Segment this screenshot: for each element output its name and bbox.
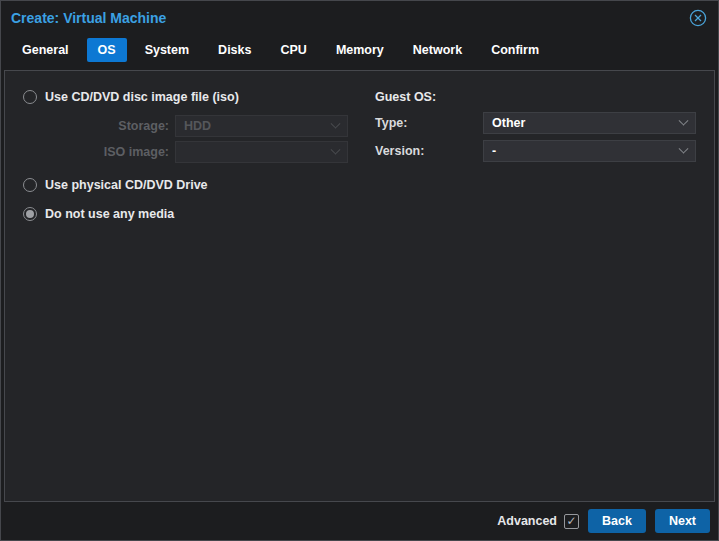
tab-confirm[interactable]: Confirm bbox=[480, 38, 550, 62]
iso-image-label: ISO image: bbox=[23, 145, 169, 159]
guest-os-heading-row: Guest OS: bbox=[375, 86, 696, 108]
radio-use-iso-label: Use CD/DVD disc image file (iso) bbox=[45, 90, 239, 104]
advanced-label: Advanced bbox=[497, 514, 557, 528]
storage-select: HDD bbox=[175, 115, 348, 137]
next-button[interactable]: Next bbox=[655, 509, 710, 533]
tab-cpu[interactable]: CPU bbox=[269, 38, 317, 62]
dialog-titlebar: Create: Virtual Machine bbox=[1, 1, 718, 34]
type-label: Type: bbox=[375, 116, 477, 130]
dialog-title: Create: Virtual Machine bbox=[11, 10, 688, 26]
radio-physical-drive-label: Use physical CD/DVD Drive bbox=[45, 178, 208, 192]
radio-use-iso[interactable]: Use CD/DVD disc image file (iso) bbox=[23, 86, 375, 108]
radio-no-media[interactable]: Do not use any media bbox=[23, 203, 375, 225]
guest-os-heading: Guest OS: bbox=[375, 90, 436, 104]
chevron-down-icon bbox=[679, 143, 689, 153]
iso-image-select bbox=[175, 141, 348, 163]
radio-button-icon bbox=[23, 178, 37, 192]
close-icon bbox=[689, 9, 707, 27]
version-row: Version: - bbox=[375, 140, 696, 162]
close-button[interactable] bbox=[688, 8, 708, 28]
chevron-down-icon bbox=[679, 115, 689, 125]
tab-os[interactable]: OS bbox=[87, 38, 127, 62]
tab-memory[interactable]: Memory bbox=[325, 38, 395, 62]
advanced-checkbox[interactable] bbox=[564, 514, 579, 529]
radio-button-icon bbox=[23, 90, 37, 104]
type-select[interactable]: Other bbox=[483, 112, 696, 134]
storage-value: HDD bbox=[184, 119, 211, 133]
guest-os-column: Guest OS: Type: Other Version: - bbox=[375, 86, 696, 225]
version-label: Version: bbox=[375, 144, 477, 158]
radio-no-media-label: Do not use any media bbox=[45, 207, 174, 221]
storage-label: Storage: bbox=[23, 119, 169, 133]
tab-network[interactable]: Network bbox=[402, 38, 473, 62]
radio-physical-drive[interactable]: Use physical CD/DVD Drive bbox=[23, 174, 375, 196]
tab-system[interactable]: System bbox=[134, 38, 200, 62]
chevron-down-icon bbox=[331, 118, 341, 128]
storage-row: Storage: HDD bbox=[23, 115, 375, 137]
type-value: Other bbox=[492, 116, 525, 130]
version-value: - bbox=[492, 144, 496, 158]
tab-general[interactable]: General bbox=[11, 38, 80, 62]
chevron-down-icon bbox=[331, 144, 341, 154]
media-column: Use CD/DVD disc image file (iso) Storage… bbox=[23, 86, 375, 225]
type-row: Type: Other bbox=[375, 112, 696, 134]
back-button[interactable]: Back bbox=[588, 509, 646, 533]
version-select[interactable]: - bbox=[483, 140, 696, 162]
tab-bar: General OS System Disks CPU Memory Netwo… bbox=[1, 34, 718, 70]
create-vm-dialog: Create: Virtual Machine General OS Syste… bbox=[0, 0, 719, 541]
os-panel: Use CD/DVD disc image file (iso) Storage… bbox=[4, 70, 715, 502]
iso-image-row: ISO image: bbox=[23, 141, 375, 163]
footer: Advanced Back Next bbox=[1, 502, 718, 540]
advanced-toggle[interactable]: Advanced bbox=[497, 514, 579, 529]
radio-button-icon bbox=[23, 207, 37, 221]
tab-disks[interactable]: Disks bbox=[207, 38, 262, 62]
